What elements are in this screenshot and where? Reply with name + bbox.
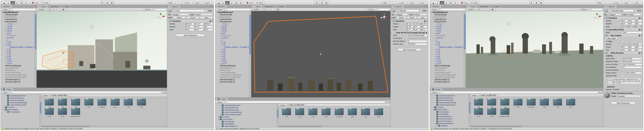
panel-menu-icon[interactable]: ▪ ▪: [464, 6, 465, 8]
hierarchy-row[interactable]: ▸ ■ (1): [215, 32, 251, 34]
expander-arrow-icon[interactable]: ▸: [434, 53, 436, 55]
axis-value-input[interactable]: 10: [187, 29, 194, 31]
material-sphere-preview[interactable]: [604, 92, 610, 98]
hierarchy-row[interactable]: AR3DOFCameraManager: [430, 76, 466, 78]
vector-field[interactable]: Z0: [421, 26, 428, 28]
hierarchy-search-input[interactable]: [10, 8, 36, 11]
hand-tool-button[interactable]: [216, 1, 221, 5]
expander-arrow-icon[interactable]: ▸: [5, 60, 7, 62]
rect-tool-button[interactable]: [20, 1, 24, 5]
expander-arrow-icon[interactable]: ▾: [434, 123, 436, 124]
hierarchy-row[interactable]: ▸ 7-25: [430, 53, 466, 55]
expander-arrow-icon[interactable]: ▸: [434, 35, 436, 36]
expander-arrow-icon[interactable]: ▸: [5, 33, 7, 34]
hierarchy-row[interactable]: ▸ 5-25: [1, 48, 36, 51]
axis-value-input[interactable]: 306.3: [415, 23, 420, 25]
project-tree-item[interactable]: UnityARBallz: [215, 123, 277, 125]
scrollbar-thumb[interactable]: [40, 102, 41, 113]
project-tree-item[interactable]: ▸ Plugins: [430, 127, 469, 127]
asset-folder[interactable]: 4-25: [320, 108, 332, 118]
expander-arrow-icon[interactable]: ▸: [5, 26, 7, 27]
account-dropdown[interactable]: Account▾: [182, 1, 192, 4]
axis-value-input[interactable]: 10: [206, 29, 213, 31]
2d-toggle-button[interactable]: 2D: [262, 8, 266, 11]
asset-folder[interactable]: 12-25: [57, 108, 68, 117]
lock-icon[interactable]: [639, 6, 640, 8]
axis-value-input[interactable]: 1: [637, 49, 642, 51]
expander-arrow-icon[interactable]: ▾: [2, 12, 4, 13]
expander-arrow-icon[interactable]: ▸: [5, 28, 7, 29]
hand-tool-button[interactable]: [431, 1, 436, 5]
asset-folder[interactable]: 6-25: [110, 99, 121, 108]
hierarchy-row[interactable]: AR3DOFCameraManager: [215, 76, 251, 78]
project-tree-item[interactable]: UnityAROcclusion: [430, 118, 469, 120]
scale-tool-button[interactable]: [444, 1, 449, 5]
gizmos-dropdown[interactable]: Gizmos▾: [367, 8, 376, 11]
hierarchy-create-button[interactable]: Create▾: [430, 8, 439, 11]
expander-arrow-icon[interactable]: ▸: [5, 95, 7, 96]
expander-arrow-icon[interactable]: ▸: [434, 40, 436, 41]
tab-inspector[interactable]: Inspector: [391, 5, 404, 8]
effects-dropdown[interactable]: ▦▾: [276, 8, 281, 11]
expander-arrow-icon[interactable]: ▸: [220, 56, 222, 57]
property-value-field[interactable]: None (Physic Material): [622, 43, 642, 45]
vector-field[interactable]: Z345.5: [421, 23, 428, 25]
expander-arrow-icon[interactable]: ▸: [434, 56, 436, 57]
lock-icon[interactable]: [210, 6, 211, 8]
project-search-input[interactable]: [10, 91, 162, 94]
property-value-field[interactable]: Per Object Motion: [622, 72, 642, 74]
project-tree-item[interactable]: UnityARSetWorldOrigin: [215, 111, 277, 113]
hierarchy-row[interactable]: PointCloudExample: [1, 71, 36, 74]
expander-arrow-icon[interactable]: ▸: [4, 16, 5, 18]
project-tree-item[interactable]: FocusSquare: [1, 111, 40, 113]
vector-field[interactable]: Y0: [629, 23, 635, 25]
lock-icon[interactable]: [424, 6, 426, 8]
axis-value-input[interactable]: 0: [415, 26, 420, 28]
expander-arrow-icon[interactable]: ▸: [434, 51, 436, 53]
vector-field[interactable]: X10: [186, 29, 194, 31]
project-tree-item[interactable]: UnityARPlaneMesh: [1, 99, 40, 101]
axis-value-input[interactable]: -228: [408, 23, 413, 25]
orientation-gizmo[interactable]: [380, 12, 389, 22]
expander-arrow-icon[interactable]: ▾: [4, 21, 5, 23]
hierarchy-row[interactable]: ▸ 10-25: [215, 60, 251, 62]
expander-arrow-icon[interactable]: ▸: [220, 37, 222, 39]
scrollbar-thumb[interactable]: [464, 14, 466, 49]
hierarchy-row[interactable]: ▸ 19.2b: [1, 30, 36, 32]
tag-dropdown[interactable]: Untagged▾: [171, 13, 189, 16]
vector-field[interactable]: X12: [406, 29, 413, 31]
fold-arrow-icon[interactable]: ▾: [168, 20, 168, 22]
breadcrumb-item[interactable]: 十七期2F obj 模型7两组: [50, 94, 67, 97]
orientation-gizmo[interactable]: [156, 12, 166, 22]
hierarchy-row[interactable]: ▸ 25.4A: [430, 28, 466, 30]
asset-folder[interactable]: 2-25: [57, 99, 68, 108]
project-create-button[interactable]: Create▾: [216, 101, 224, 103]
hierarchy-row[interactable]: Directional light (1): [430, 78, 466, 81]
vector-field[interactable]: X920.8: [186, 23, 194, 25]
model-action-button[interactable]: Revert: [407, 16, 417, 19]
project-create-button[interactable]: Create▾: [1, 91, 10, 94]
static-checkbox[interactable]: [205, 10, 207, 12]
fold-arrow-icon[interactable]: ▾: [604, 29, 605, 30]
vector-field[interactable]: Y10: [195, 29, 204, 31]
project-tree-item[interactable]: UnityARKitScene: [430, 115, 469, 118]
component-header[interactable]: ▾ ✓ Box Collider ▤⚙: [604, 34, 643, 37]
layer-dropdown[interactable]: Default▾: [195, 13, 213, 16]
property-checkbox[interactable]: [622, 41, 624, 42]
expander-arrow-icon[interactable]: ▸: [5, 63, 7, 64]
expander-arrow-icon[interactable]: ▾: [431, 12, 432, 13]
hierarchy-row[interactable]: ▸ 3-25: [430, 41, 466, 44]
project-tree-item[interactable]: UnityARSetWorldOrigin: [1, 101, 40, 104]
pivot-center-button[interactable]: Center: [245, 1, 255, 5]
hierarchy-row[interactable]: ARCameraManager: [1, 65, 36, 67]
hierarchy-row[interactable]: HitCube: [430, 23, 466, 25]
object-name-field[interactable]: 5-25: [175, 10, 205, 12]
hierarchy-row[interactable]: ▸ 1-25 (1): [430, 37, 466, 39]
gear-icon[interactable]: ⚙: [426, 20, 428, 22]
breadcrumb-item[interactable]: Assets: [43, 95, 48, 96]
axis-value-input[interactable]: 0: [630, 46, 635, 48]
component-header[interactable]: ▾ Transform ▤⚙: [604, 17, 643, 20]
play-button[interactable]: [100, 1, 105, 5]
vector-field[interactable]: Z10: [204, 29, 213, 31]
expander-arrow-icon[interactable]: ▸: [4, 109, 5, 110]
